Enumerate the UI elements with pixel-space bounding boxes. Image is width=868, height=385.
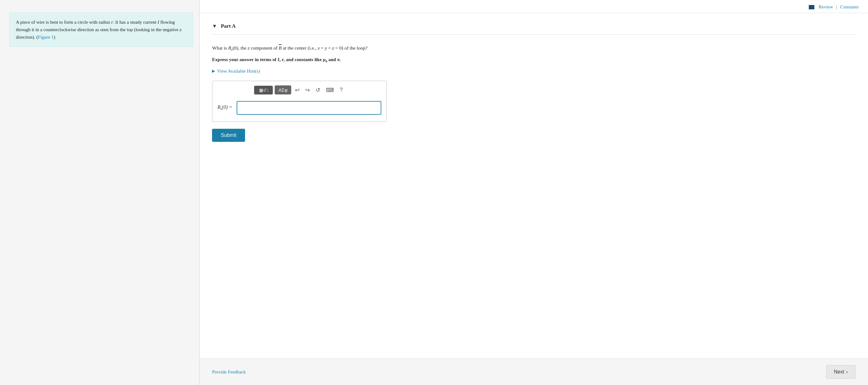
answer-input[interactable] xyxy=(237,101,381,115)
answer-label: Bz(0) = xyxy=(217,104,232,111)
undo-icon: ↩ xyxy=(295,87,300,94)
instruction-text: Express your answer in terms of I, r, an… xyxy=(212,57,856,63)
problem-box: A piece of wire is bent to form a circle… xyxy=(9,12,193,47)
undo-button[interactable]: ↩ xyxy=(293,86,302,95)
page-container: A piece of wire is bent to form a circle… xyxy=(0,0,868,385)
hint-label: View Available Hint(s) xyxy=(217,69,260,74)
right-panel: Review | Constants ▼ Part A What is Bz(0… xyxy=(199,0,868,385)
z-var: z xyxy=(180,27,182,32)
greek-mode-button[interactable]: ΑΣφ xyxy=(275,86,291,94)
next-label: Next xyxy=(834,369,844,375)
left-panel: A piece of wire is bent to form a circle… xyxy=(0,0,199,385)
radius-var: r xyxy=(111,20,113,25)
next-button[interactable]: Next › xyxy=(826,365,856,379)
answer-row: Bz(0) = xyxy=(217,100,381,116)
help-icon: ? xyxy=(340,87,343,93)
math-mode-button[interactable]: ▦√□ xyxy=(254,86,273,94)
reset-button[interactable]: ↺ xyxy=(314,86,322,95)
reset-icon: ↺ xyxy=(315,87,320,94)
bottom-bar: Provide Feedback Next › xyxy=(199,358,868,385)
figure-link[interactable]: Figure 1 xyxy=(38,35,54,40)
constants-link[interactable]: Constants xyxy=(840,4,859,10)
keyboard-button[interactable]: ⌨ xyxy=(324,86,336,95)
math-mode-icon: ▦√□ xyxy=(259,88,268,93)
greek-mode-label: ΑΣφ xyxy=(278,87,287,93)
B-vector: B xyxy=(279,44,282,52)
review-icon xyxy=(809,5,814,9)
help-button[interactable]: ? xyxy=(338,86,344,94)
part-a-header: ▼ Part A xyxy=(212,19,856,35)
content-area: ▼ Part A What is Bz(0), the z component … xyxy=(199,13,868,358)
math-toolbar: ▦√□ ΑΣφ ↩ ↪ ↺ ⌨ xyxy=(217,86,381,95)
problem-text: A piece of wire is bent to form a circle… xyxy=(16,20,182,40)
hint-link[interactable]: ▶ View Available Hint(s) xyxy=(212,69,856,74)
submit-button[interactable]: Submit xyxy=(212,129,245,142)
redo-icon: ↪ xyxy=(305,87,310,94)
math-input-container: ▦√□ ΑΣφ ↩ ↪ ↺ ⌨ xyxy=(212,81,386,122)
top-bar: Review | Constants xyxy=(199,0,868,13)
hint-arrow-icon: ▶ xyxy=(212,69,215,73)
part-a-title: Part A xyxy=(221,23,236,29)
collapse-arrow-icon[interactable]: ▼ xyxy=(212,23,217,29)
current-var: I xyxy=(157,20,159,25)
keyboard-icon: ⌨ xyxy=(326,87,334,94)
separator: | xyxy=(836,4,837,10)
review-link[interactable]: Review xyxy=(819,4,833,10)
question-text: What is Bz(0), the z component of B at t… xyxy=(212,44,856,53)
feedback-link[interactable]: Provide Feedback xyxy=(212,370,246,375)
redo-button[interactable]: ↪ xyxy=(303,86,312,95)
next-arrow-icon: › xyxy=(846,369,848,375)
